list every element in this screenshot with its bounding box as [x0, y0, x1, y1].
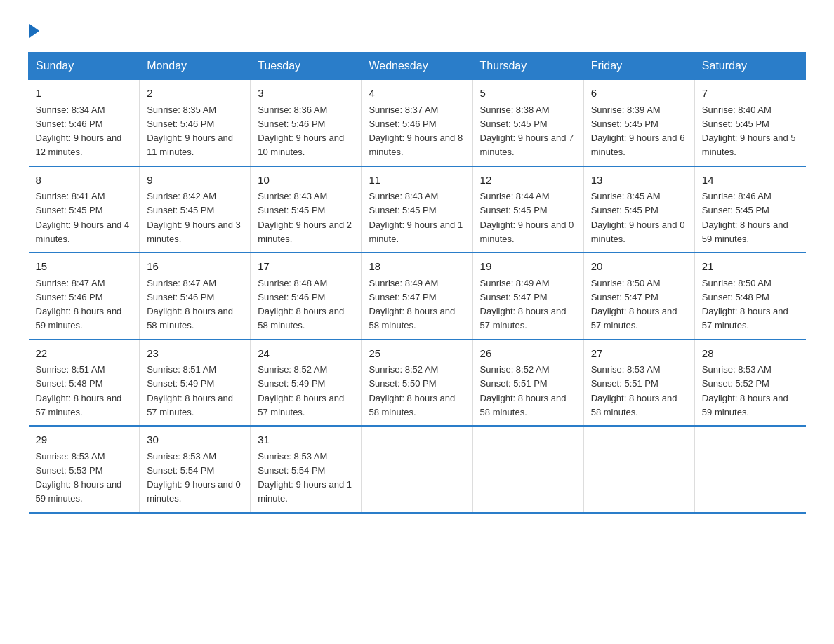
day-info: Sunrise: 8:47 AMSunset: 5:46 PMDaylight:… [36, 278, 122, 331]
calendar-day-9: 9 Sunrise: 8:42 AMSunset: 5:45 PMDayligh… [140, 166, 251, 253]
day-number: 11 [369, 173, 465, 189]
day-info: Sunrise: 8:48 AMSunset: 5:46 PMDaylight:… [258, 278, 344, 331]
calendar-day-3: 3 Sunrise: 8:36 AMSunset: 5:46 PMDayligh… [251, 80, 362, 166]
calendar-day-17: 17 Sunrise: 8:48 AMSunset: 5:46 PMDaylig… [251, 253, 362, 340]
day-number: 20 [591, 259, 687, 275]
calendar-day-1: 1 Sunrise: 8:34 AMSunset: 5:46 PMDayligh… [29, 80, 140, 166]
day-number: 15 [36, 259, 133, 275]
day-info: Sunrise: 8:36 AMSunset: 5:46 PMDaylight:… [258, 105, 344, 158]
calendar-day-10: 10 Sunrise: 8:43 AMSunset: 5:45 PMDaylig… [251, 166, 362, 253]
calendar-day-8: 8 Sunrise: 8:41 AMSunset: 5:45 PMDayligh… [29, 166, 140, 253]
day-info: Sunrise: 8:53 AMSunset: 5:54 PMDaylight:… [258, 451, 352, 504]
calendar-day-27: 27 Sunrise: 8:53 AMSunset: 5:51 PMDaylig… [583, 340, 694, 427]
logo-arrow-icon [29, 24, 39, 38]
day-info: Sunrise: 8:53 AMSunset: 5:53 PMDaylight:… [36, 451, 122, 504]
calendar-day-14: 14 Sunrise: 8:46 AMSunset: 5:45 PMDaylig… [694, 166, 805, 253]
day-number: 31 [258, 432, 354, 448]
day-number: 7 [702, 86, 799, 102]
calendar-day-30: 30 Sunrise: 8:53 AMSunset: 5:54 PMDaylig… [140, 426, 251, 513]
day-info: Sunrise: 8:43 AMSunset: 5:45 PMDaylight:… [258, 191, 352, 244]
day-info: Sunrise: 8:52 AMSunset: 5:49 PMDaylight:… [258, 364, 344, 417]
calendar-empty-cell [583, 426, 694, 513]
day-info: Sunrise: 8:51 AMSunset: 5:48 PMDaylight:… [36, 364, 122, 417]
day-number: 19 [480, 259, 576, 275]
day-info: Sunrise: 8:53 AMSunset: 5:54 PMDaylight:… [147, 451, 241, 504]
day-number: 21 [702, 259, 799, 275]
day-info: Sunrise: 8:41 AMSunset: 5:45 PMDaylight:… [36, 191, 130, 244]
day-number: 9 [147, 173, 243, 189]
header-friday: Friday [583, 53, 694, 80]
day-info: Sunrise: 8:53 AMSunset: 5:51 PMDaylight:… [591, 364, 677, 417]
day-number: 17 [258, 259, 354, 275]
page-header [28, 21, 806, 38]
calendar-day-5: 5 Sunrise: 8:38 AMSunset: 5:45 PMDayligh… [472, 80, 583, 166]
calendar-week-row: 1 Sunrise: 8:34 AMSunset: 5:46 PMDayligh… [29, 80, 806, 166]
calendar-day-26: 26 Sunrise: 8:52 AMSunset: 5:51 PMDaylig… [472, 340, 583, 427]
day-info: Sunrise: 8:45 AMSunset: 5:45 PMDaylight:… [591, 191, 685, 244]
day-info: Sunrise: 8:35 AMSunset: 5:46 PMDaylight:… [147, 105, 233, 158]
day-number: 13 [591, 173, 687, 189]
calendar-day-22: 22 Sunrise: 8:51 AMSunset: 5:48 PMDaylig… [29, 340, 140, 427]
header-saturday: Saturday [694, 53, 805, 80]
day-info: Sunrise: 8:38 AMSunset: 5:45 PMDaylight:… [480, 105, 574, 158]
header-sunday: Sunday [29, 53, 140, 80]
calendar-day-20: 20 Sunrise: 8:50 AMSunset: 5:47 PMDaylig… [583, 253, 694, 340]
day-number: 24 [258, 346, 354, 362]
logo [28, 21, 39, 38]
calendar-day-28: 28 Sunrise: 8:53 AMSunset: 5:52 PMDaylig… [694, 340, 805, 427]
day-number: 6 [591, 86, 687, 102]
calendar-day-29: 29 Sunrise: 8:53 AMSunset: 5:53 PMDaylig… [29, 426, 140, 513]
calendar-day-4: 4 Sunrise: 8:37 AMSunset: 5:46 PMDayligh… [362, 80, 472, 166]
day-info: Sunrise: 8:46 AMSunset: 5:45 PMDaylight:… [702, 191, 788, 244]
calendar-day-31: 31 Sunrise: 8:53 AMSunset: 5:54 PMDaylig… [251, 426, 362, 513]
header-wednesday: Wednesday [362, 53, 472, 80]
calendar-empty-cell [472, 426, 583, 513]
calendar-week-row: 15 Sunrise: 8:47 AMSunset: 5:46 PMDaylig… [29, 253, 806, 340]
day-number: 4 [369, 86, 465, 102]
day-number: 27 [591, 346, 687, 362]
calendar-week-row: 22 Sunrise: 8:51 AMSunset: 5:48 PMDaylig… [29, 340, 806, 427]
day-info: Sunrise: 8:53 AMSunset: 5:52 PMDaylight:… [702, 364, 788, 417]
calendar-day-15: 15 Sunrise: 8:47 AMSunset: 5:46 PMDaylig… [29, 253, 140, 340]
calendar-empty-cell [362, 426, 472, 513]
day-number: 23 [147, 346, 243, 362]
day-info: Sunrise: 8:52 AMSunset: 5:51 PMDaylight:… [480, 364, 567, 417]
day-info: Sunrise: 8:49 AMSunset: 5:47 PMDaylight:… [480, 278, 567, 331]
day-info: Sunrise: 8:42 AMSunset: 5:45 PMDaylight:… [147, 191, 241, 244]
header-monday: Monday [140, 53, 251, 80]
calendar-header-row: SundayMondayTuesdayWednesdayThursdayFrid… [29, 53, 806, 80]
calendar-day-24: 24 Sunrise: 8:52 AMSunset: 5:49 PMDaylig… [251, 340, 362, 427]
day-info: Sunrise: 8:44 AMSunset: 5:45 PMDaylight:… [480, 191, 574, 244]
day-number: 3 [258, 86, 354, 102]
day-info: Sunrise: 8:52 AMSunset: 5:50 PMDaylight:… [369, 364, 455, 417]
calendar-day-19: 19 Sunrise: 8:49 AMSunset: 5:47 PMDaylig… [472, 253, 583, 340]
day-number: 25 [369, 346, 465, 362]
day-number: 5 [480, 86, 576, 102]
calendar-week-row: 8 Sunrise: 8:41 AMSunset: 5:45 PMDayligh… [29, 166, 806, 253]
header-tuesday: Tuesday [251, 53, 362, 80]
calendar-day-21: 21 Sunrise: 8:50 AMSunset: 5:48 PMDaylig… [694, 253, 805, 340]
day-info: Sunrise: 8:50 AMSunset: 5:47 PMDaylight:… [591, 278, 677, 331]
day-number: 16 [147, 259, 243, 275]
day-info: Sunrise: 8:49 AMSunset: 5:47 PMDaylight:… [369, 278, 455, 331]
day-info: Sunrise: 8:34 AMSunset: 5:46 PMDaylight:… [36, 105, 122, 158]
day-number: 1 [36, 86, 133, 102]
day-number: 12 [480, 173, 576, 189]
day-number: 26 [480, 346, 576, 362]
day-number: 18 [369, 259, 465, 275]
day-number: 22 [36, 346, 133, 362]
day-number: 2 [147, 86, 243, 102]
day-number: 14 [702, 173, 799, 189]
day-info: Sunrise: 8:43 AMSunset: 5:45 PMDaylight:… [369, 191, 463, 244]
header-thursday: Thursday [472, 53, 583, 80]
calendar-day-12: 12 Sunrise: 8:44 AMSunset: 5:45 PMDaylig… [472, 166, 583, 253]
day-info: Sunrise: 8:47 AMSunset: 5:46 PMDaylight:… [147, 278, 233, 331]
day-number: 28 [702, 346, 799, 362]
day-info: Sunrise: 8:50 AMSunset: 5:48 PMDaylight:… [702, 278, 788, 331]
day-info: Sunrise: 8:37 AMSunset: 5:46 PMDaylight:… [369, 105, 463, 158]
calendar-day-6: 6 Sunrise: 8:39 AMSunset: 5:45 PMDayligh… [583, 80, 694, 166]
calendar-table: SundayMondayTuesdayWednesdayThursdayFrid… [28, 52, 806, 514]
calendar-day-13: 13 Sunrise: 8:45 AMSunset: 5:45 PMDaylig… [583, 166, 694, 253]
calendar-day-11: 11 Sunrise: 8:43 AMSunset: 5:45 PMDaylig… [362, 166, 472, 253]
calendar-empty-cell [694, 426, 805, 513]
